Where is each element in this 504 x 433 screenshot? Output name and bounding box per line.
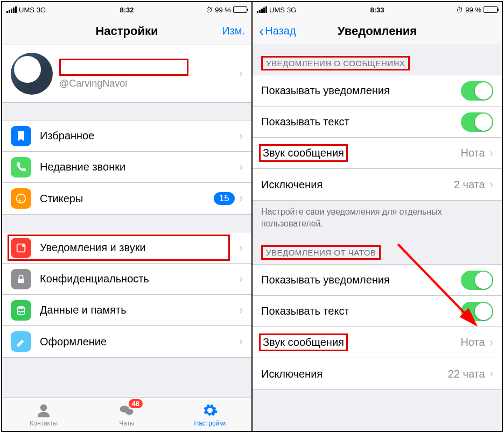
highlight-annotation: УВЕДОМЛЕНИЯ ОТ ЧАТОВ — [261, 245, 381, 260]
message-sound-row[interactable]: Звук сообщения Нота › — [253, 138, 502, 169]
stickers-badge: 15 — [214, 192, 235, 205]
chat-show-text-row[interactable]: Показывать текст — [253, 296, 502, 327]
back-label: Назад — [265, 25, 296, 37]
recent-calls-label: Недавние звонки — [40, 161, 239, 173]
chevron-right-icon: › — [239, 335, 243, 349]
chat-sound-label: Звук сообщения — [261, 333, 460, 351]
section-header-chats: УВЕДОМЛЕНИЯ ОТ ЧАТОВ — [253, 235, 502, 264]
chats-badge: 48 — [129, 399, 143, 408]
chevron-right-icon: › — [239, 272, 243, 286]
chevron-right-icon: › — [489, 336, 493, 350]
show-text-row[interactable]: Показывать текст — [253, 107, 502, 138]
chevron-right-icon: › — [489, 367, 493, 381]
svg-point-4 — [18, 306, 25, 309]
lock-icon — [11, 269, 31, 289]
phone-icon — [11, 157, 31, 178]
highlight-annotation: Звук сообщения — [259, 144, 348, 162]
chat-show-notifications-row[interactable]: Показывать уведомления — [253, 265, 502, 296]
privacy-label: Конфиденциальность — [40, 273, 239, 285]
clock: 8:32 — [87, 6, 167, 14]
navbar: ‹ Назад Уведомления — [253, 17, 502, 45]
exceptions-label: Исключения — [261, 179, 454, 191]
edit-button[interactable]: Изм. — [222, 25, 245, 37]
chat-show-text-label: Показывать текст — [261, 305, 461, 317]
profile-name-redacted — [59, 59, 188, 76]
battery-icon — [484, 6, 498, 13]
battery-percent: 99 % — [215, 6, 231, 14]
data-storage-row[interactable]: Данные и память › — [2, 295, 251, 326]
contact-icon — [36, 402, 52, 418]
svg-point-7 — [125, 408, 134, 414]
stickers-row[interactable]: Стикеры 15 › — [2, 183, 251, 214]
chat-show-text-toggle[interactable] — [461, 302, 493, 321]
chat-sound-row[interactable]: Звук сообщения Нота › — [253, 327, 502, 358]
tab-contacts-label: Контакты — [30, 420, 58, 427]
profile-row[interactable]: @CarvingNavoi › — [2, 45, 251, 103]
exceptions-row[interactable]: Исключения 2 чата › — [253, 169, 502, 200]
show-notifications-label: Показывать уведомления — [261, 84, 461, 97]
chevron-right-icon: › — [239, 129, 243, 143]
data-label: Данные и память — [40, 304, 239, 316]
recent-calls-row[interactable]: Недавние звонки › — [2, 152, 251, 183]
section-header-messages: УВЕДОМЛЕНИЯ О СООБЩЕНИЯХ — [253, 45, 502, 75]
chevron-right-icon: › — [239, 241, 243, 255]
svg-rect-3 — [18, 279, 24, 283]
tab-settings[interactable]: Настройки — [169, 398, 251, 431]
sticker-icon — [11, 188, 31, 209]
chevron-right-icon: › — [239, 67, 243, 81]
message-sound-label: Звук сообщения — [261, 144, 460, 162]
chat-show-notifications-label: Показывать уведомления — [261, 274, 461, 286]
back-button[interactable]: ‹ Назад — [259, 24, 296, 39]
appearance-label: Оформление — [40, 336, 239, 348]
chat-exceptions-value: 22 чата — [448, 368, 485, 380]
tab-settings-label: Настройки — [194, 420, 226, 427]
show-text-toggle[interactable] — [461, 112, 493, 132]
stickers-label: Стикеры — [40, 193, 214, 205]
chevron-right-icon: › — [239, 303, 243, 317]
tab-bar: Контакты 48 Чаты Настройки — [2, 397, 251, 431]
svg-point-2 — [22, 244, 25, 247]
chevron-right-icon: › — [489, 146, 493, 160]
highlight-annotation: УВЕДОМЛЕНИЯ О СООБЩЕНИЯХ — [261, 56, 410, 70]
tab-chats[interactable]: 48 Чаты — [85, 398, 168, 431]
chat-exceptions-row[interactable]: Исключения 22 чата › — [253, 358, 502, 389]
notifications-row[interactable]: Уведомления и звуки › — [2, 232, 251, 264]
message-sound-value: Нота — [460, 147, 485, 159]
status-bar: UMS 3G 8:33 ⏱ 99 % — [253, 2, 502, 17]
battery-percent: 99 % — [465, 6, 481, 14]
status-bar: UMS 3G 8:32 ⏱ 99 % — [2, 2, 251, 17]
exceptions-value: 2 чата — [454, 179, 485, 191]
svg-point-5 — [40, 404, 47, 411]
appearance-row[interactable]: Оформление › — [2, 326, 251, 357]
chat-exceptions-label: Исключения — [261, 368, 448, 380]
signal-bars-icon — [257, 6, 267, 13]
tab-contacts[interactable]: Контакты — [2, 398, 85, 431]
chevron-right-icon: › — [489, 178, 493, 191]
show-notifications-toggle[interactable] — [461, 81, 493, 101]
favorites-label: Избранное — [40, 130, 239, 142]
alarm-icon: ⏱ — [456, 6, 463, 14]
database-icon — [11, 300, 31, 321]
svg-point-0 — [17, 194, 26, 203]
favorites-row[interactable]: Избранное › — [2, 120, 251, 152]
show-notifications-row[interactable]: Показывать уведомления — [253, 75, 502, 107]
bookmark-icon — [11, 126, 31, 146]
carrier-label: UMS — [19, 6, 34, 14]
network-type: 3G — [37, 6, 46, 14]
battery-icon — [233, 6, 247, 13]
privacy-row[interactable]: Конфиденциальность › — [2, 264, 251, 295]
section-footer: Настройте свои уведомления для отдельных… — [253, 201, 502, 235]
network-type: 3G — [287, 6, 296, 14]
gear-icon — [202, 402, 218, 418]
avatar — [11, 53, 53, 95]
appearance-icon — [11, 331, 31, 352]
carrier-label: UMS — [269, 6, 285, 14]
highlight-annotation: Звук сообщения — [259, 333, 348, 351]
chat-show-notifications-toggle[interactable] — [461, 271, 493, 290]
chevron-right-icon: › — [239, 191, 243, 205]
navbar: Настройки Изм. — [2, 17, 251, 45]
signal-bars-icon — [6, 6, 17, 13]
alarm-icon: ⏱ — [206, 6, 213, 14]
chat-sound-value: Нота — [460, 336, 485, 349]
chevron-right-icon: › — [239, 160, 243, 174]
